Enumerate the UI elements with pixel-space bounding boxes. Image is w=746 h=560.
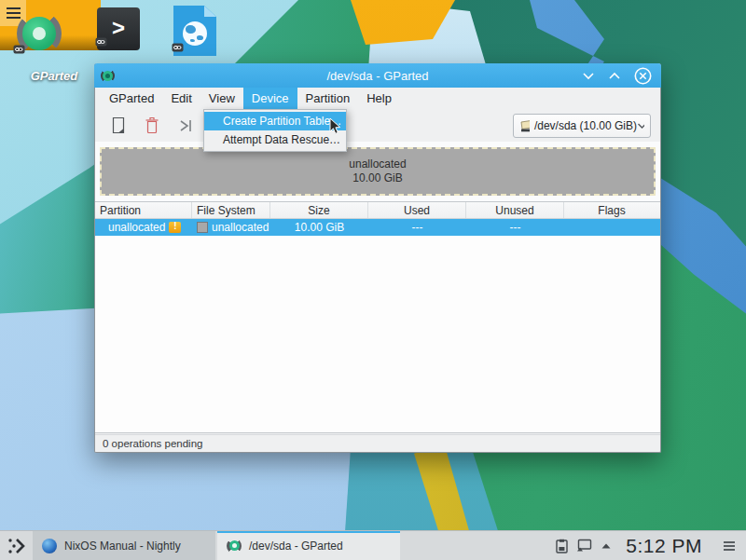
globe-icon: [183, 21, 207, 46]
shortcut-link-icon: [172, 43, 184, 52]
menu-item-create-partition-table[interactable]: Create Partition Table…: [204, 112, 346, 130]
titlebar[interactable]: /dev/sda - GParted: [94, 63, 661, 88]
terminal-icon: >: [112, 15, 125, 41]
toolbar: /dev/sda (10.00 GiB): [95, 109, 660, 142]
row-flags: [564, 219, 659, 236]
status-bar: 0 operations pending: [95, 434, 660, 452]
menubar: GParted Edit View Device Partition Help: [95, 88, 660, 109]
taskbar-item-nixos-manual[interactable]: NixOS Manual - Nightly: [33, 531, 215, 560]
browser-icon: [42, 539, 57, 553]
new-document-icon: [110, 116, 127, 134]
launcher-icon: [7, 536, 27, 556]
warning-icon: [169, 222, 181, 233]
trash-icon: [144, 116, 160, 134]
row-partition-name: unallocated: [108, 221, 165, 234]
app-launcher-button[interactable]: [3, 532, 31, 560]
shortcut-link-icon: [95, 37, 107, 47]
close-button[interactable]: [634, 67, 652, 85]
disk-visual-label: unallocated: [349, 157, 406, 171]
table-row[interactable]: unallocated unallocated 10.00 GiB --- --…: [95, 219, 660, 236]
resize-move-button[interactable]: [175, 116, 196, 136]
panel-settings-icon[interactable]: [724, 545, 735, 547]
desktop-icon-konsole[interactable]: >: [97, 7, 140, 50]
window-title: /dev/sda - GParted: [94, 69, 661, 83]
taskbar-item-label: NixOS Manual - Nightly: [64, 540, 181, 553]
clock[interactable]: 5:12 PM: [626, 535, 702, 557]
system-tray: 5:12 PM: [556, 535, 746, 557]
disk-visual-unallocated[interactable]: unallocated 10.00 GiB: [100, 147, 656, 196]
menu-item-attempt-data-rescue[interactable]: Attempt Data Rescue…: [204, 130, 346, 149]
new-partition-button[interactable]: [108, 116, 129, 136]
row-unused: ---: [466, 219, 564, 236]
desktop-icon-web-document[interactable]: [173, 6, 216, 56]
filesystem-color-swatch: [197, 222, 208, 233]
mouse-cursor: [329, 117, 342, 135]
header-unused[interactable]: Unused: [466, 202, 564, 218]
desktop: GParted > /dev/sda - GParted GParted Edi…: [0, 0, 746, 560]
menu-help[interactable]: Help: [358, 88, 400, 109]
partition-table: Partition File System Size Used Unused F…: [95, 201, 660, 433]
minimize-button[interactable]: [582, 71, 595, 80]
taskbar-item-label: /dev/sda - GParted: [249, 540, 343, 553]
menu-gparted[interactable]: GParted: [101, 88, 162, 109]
resize-arrow-icon: [177, 117, 194, 134]
header-used[interactable]: Used: [368, 202, 466, 218]
desktop-icon-gparted[interactable]: GParted: [15, 9, 63, 58]
tray-expand-arrow-icon[interactable]: [601, 542, 612, 550]
taskbar-item-gparted[interactable]: /dev/sda - GParted: [217, 531, 400, 560]
menu-view[interactable]: View: [200, 88, 243, 109]
desktop-icon-label: GParted: [9, 69, 99, 83]
header-size[interactable]: Size: [270, 202, 368, 218]
menu-device[interactable]: Device: [243, 88, 297, 109]
table-header: Partition File System Size Used Unused F…: [95, 202, 660, 219]
device-selector[interactable]: /dev/sda (10.00 GiB): [513, 114, 651, 138]
row-file-system: unallocated: [212, 221, 269, 234]
device-selector-value: /dev/sda (10.00 GiB): [534, 119, 637, 132]
header-flags[interactable]: Flags: [564, 202, 659, 218]
device-notifier-icon[interactable]: [576, 539, 592, 553]
menu-edit[interactable]: Edit: [162, 88, 200, 109]
header-partition[interactable]: Partition: [95, 202, 192, 218]
shortcut-link-icon: [13, 45, 25, 54]
device-menu-dropdown: Create Partition Table… Attempt Data Res…: [203, 109, 347, 152]
menu-partition[interactable]: Partition: [297, 88, 359, 109]
row-size: 10.00 GiB: [270, 219, 368, 236]
header-file-system[interactable]: File System: [192, 202, 270, 218]
status-text: 0 operations pending: [103, 438, 202, 449]
disk-visual-size: 10.00 GiB: [352, 171, 402, 185]
gparted-window: /dev/sda - GParted GParted Edit View Dev…: [94, 63, 661, 453]
delete-partition-button[interactable]: [142, 116, 162, 136]
taskbar: NixOS Manual - Nightly /dev/sda - GParte…: [0, 530, 746, 560]
row-used: ---: [368, 219, 466, 236]
maximize-button[interactable]: [608, 71, 621, 80]
hard-drive-icon: [519, 119, 530, 133]
chevron-down-icon: [637, 122, 644, 130]
gparted-icon: [227, 539, 242, 553]
clipboard-icon[interactable]: [556, 539, 568, 553]
